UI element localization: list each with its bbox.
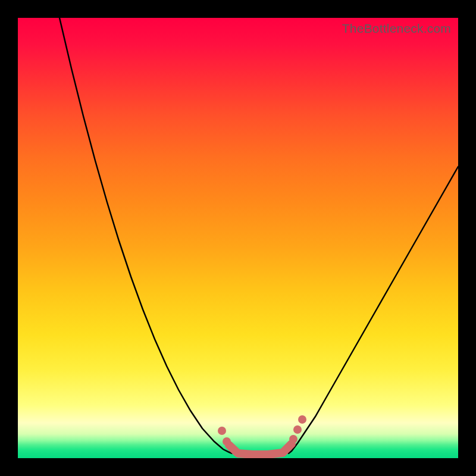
right-dot-1 bbox=[289, 435, 298, 443]
right-dot-2 bbox=[293, 425, 302, 434]
left-dot-1 bbox=[218, 427, 226, 435]
chart-frame: TheBottleneck.com bbox=[0, 0, 476, 476]
right-dot-3 bbox=[298, 415, 306, 424]
trough-markers bbox=[218, 415, 306, 446]
curve-right-branch bbox=[289, 167, 458, 453]
left-dot-2 bbox=[223, 437, 231, 446]
chart-svg bbox=[18, 18, 458, 458]
curve-left-branch bbox=[60, 18, 232, 453]
chart-plot-area: TheBottleneck.com bbox=[18, 18, 458, 458]
trough-highlight bbox=[229, 444, 292, 455]
